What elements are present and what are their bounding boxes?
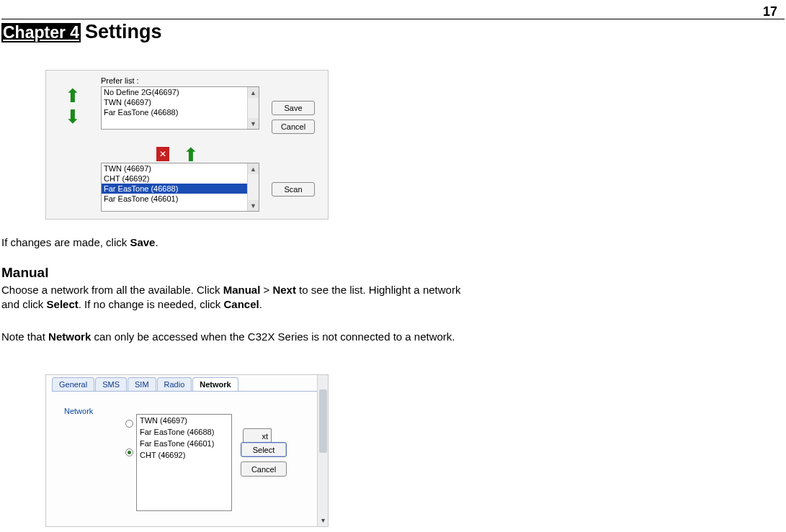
list-item[interactable]: Far EasTone (46601) xyxy=(137,438,231,449)
tab-radio[interactable]: Radio xyxy=(157,377,192,392)
tab-network[interactable]: Network xyxy=(192,377,238,392)
scrollbar-thumb[interactable] xyxy=(319,389,327,453)
page-number: 17 xyxy=(763,4,777,19)
scrollbar[interactable]: ▲ ▼ xyxy=(247,163,259,211)
cancel-button[interactable]: Cancel xyxy=(272,120,315,134)
text-fragment: > xyxy=(260,284,272,296)
radio-manual[interactable] xyxy=(125,448,133,456)
text-fragment: can only be accessed when the C32X Serie… xyxy=(91,330,455,343)
text-bold: Select xyxy=(47,298,79,310)
list-item[interactable]: Far EasTone (46688) xyxy=(102,184,259,194)
list-item[interactable]: Far EasTone (46601) xyxy=(102,194,259,204)
network-select-list[interactable]: TWN (46697) Far EasTone (46688) Far EasT… xyxy=(136,414,232,511)
text-fragment: Choose a network from all the available.… xyxy=(1,284,223,296)
scroll-down-icon[interactable]: ▼ xyxy=(248,118,259,129)
section-heading-manual: Manual xyxy=(1,265,48,281)
scrollbar[interactable]: ▾ xyxy=(317,375,328,526)
select-button[interactable]: Select xyxy=(241,442,287,457)
figure-network-tab: General SMS SIM Radio Network Network xt… xyxy=(45,374,329,527)
tab-general[interactable]: General xyxy=(52,377,94,392)
delete-icon[interactable] xyxy=(156,147,169,161)
paragraph-manual: Choose a network from all the available.… xyxy=(1,283,477,311)
scroll-down-icon[interactable]: ▾ xyxy=(318,515,328,525)
chapter-header: Chapter 4 Settings xyxy=(1,21,162,43)
chapter-title: Settings xyxy=(85,21,162,43)
text-fragment: If changes are made, click xyxy=(1,236,130,248)
radio-auto[interactable] xyxy=(125,420,133,428)
next-button[interactable]: xt xyxy=(243,428,272,443)
chapter-label: Chapter 4 xyxy=(1,23,81,42)
text-bold: Next xyxy=(272,284,296,296)
arrow-down-icon[interactable]: ⬇ xyxy=(65,111,76,122)
text-fragment: . If no change is needed, click xyxy=(79,298,224,310)
prefer-list-label: Prefer list : xyxy=(101,76,139,85)
text-bold: Cancel xyxy=(224,298,259,310)
prefer-list[interactable]: No Define 2G(46697) TWN (46697) Far EasT… xyxy=(101,86,259,130)
text-bold: Network xyxy=(48,330,91,343)
arrow-up-icon[interactable]: ⬆ xyxy=(65,90,76,102)
list-item[interactable]: TWN (46697) xyxy=(102,97,259,107)
tab-sim[interactable]: SIM xyxy=(128,377,156,392)
save-button[interactable]: Save xyxy=(272,101,315,115)
paragraph-note: Note that Network can only be accessed w… xyxy=(1,330,477,344)
text-bold: Save xyxy=(130,236,155,248)
cancel-button[interactable]: Cancel xyxy=(241,461,287,477)
network-group-label: Network xyxy=(64,407,93,415)
list-item[interactable]: Far EasTone (46688) xyxy=(102,107,259,117)
list-item[interactable]: CHT (46692) xyxy=(137,449,231,461)
list-item[interactable]: TWN (46697) xyxy=(102,163,259,173)
tabs-row: General SMS SIM Radio Network xyxy=(52,377,238,392)
scrollbar[interactable]: ▲ ▼ xyxy=(247,87,259,129)
list-item[interactable]: CHT (46692) xyxy=(102,173,259,184)
header-rule xyxy=(1,19,785,19)
available-list[interactable]: TWN (46697) CHT (46692) Far EasTone (466… xyxy=(101,163,259,212)
text-fragment: . xyxy=(155,236,158,248)
scroll-up-icon[interactable]: ▲ xyxy=(248,87,259,98)
text-fragment: Note that xyxy=(1,330,48,343)
body-text: If changes are made, click Save. xyxy=(1,236,158,248)
scan-button[interactable]: Scan xyxy=(272,182,315,197)
scroll-up-icon[interactable]: ▲ xyxy=(248,163,259,174)
text-fragment: . xyxy=(259,298,262,310)
list-item[interactable]: Far EasTone (46688) xyxy=(137,426,231,438)
scroll-down-icon[interactable]: ▼ xyxy=(248,200,259,211)
figure-prefer-list: Prefer list : ⬆ ⬇ No Define 2G(46697) TW… xyxy=(45,70,329,220)
text-bold: Manual xyxy=(223,284,261,296)
list-item[interactable]: No Define 2G(46697) xyxy=(102,87,259,97)
tab-sms[interactable]: SMS xyxy=(95,377,127,392)
list-item[interactable]: TWN (46697) xyxy=(137,415,231,426)
